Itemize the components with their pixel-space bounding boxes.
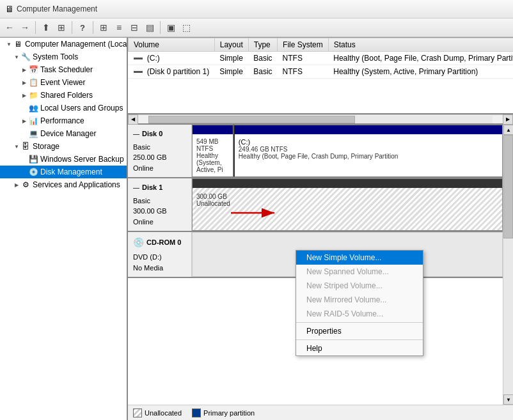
disk0-part1[interactable]: 549 MB NTFS Healthy (System, Active, Pi	[192, 125, 233, 177]
context-menu: New Simple Volume... New Spanned Volume.…	[296, 250, 423, 356]
unallocated-legend: Unallocated	[133, 408, 182, 417]
disk1-name: Disk 1	[142, 182, 162, 193]
unallocated-label: Unallocated	[145, 409, 182, 417]
toolbar: ← → ⬆ ⊞ ? ⊞ ≡ ⊟ ▤ ▣ ⬚	[0, 19, 513, 37]
disk0-partitions: 549 MB NTFS Healthy (System, Active, Pi …	[192, 125, 503, 177]
task-label: Task Scheduler	[40, 65, 93, 74]
ctx-properties[interactable]: Properties	[296, 324, 423, 338]
grid2-btn[interactable]: ≡	[112, 20, 126, 35]
tree-root-label: Computer Management (Local)	[25, 40, 128, 49]
row1-layout: Simple	[214, 65, 248, 79]
users-icon: 👥	[28, 103, 38, 113]
disk0-part2[interactable]: (C:) 249.46 GB NTFS Healthy (Boot, Page …	[233, 125, 503, 177]
tree-root[interactable]: ▼ 🖥 Computer Management (Local)	[0, 38, 127, 51]
sidebar-item-disk-management[interactable]: ▶ 💿 Disk Management	[0, 166, 127, 178]
col-filesystem[interactable]: File System	[278, 38, 329, 52]
ctx-sep1	[296, 322, 423, 323]
disk1-info: — Disk 1 Basic 300.00 GB Online	[128, 178, 192, 231]
disk0-part2-size: 249.46 GB NTFS	[239, 146, 498, 153]
volume-table: Volume Layout Type File System Status (C…	[128, 38, 513, 79]
sidebar-item-windows-server-backup[interactable]: ▶ 💾 Windows Server Backup	[0, 153, 127, 166]
ctx-new-spanned[interactable]: New Spanned Volume...	[296, 265, 423, 279]
grid4-btn[interactable]: ▤	[143, 20, 157, 35]
sidebar-item-local-users[interactable]: ▶ 👥 Local Users and Groups	[0, 102, 127, 114]
help-btn[interactable]: ?	[75, 20, 90, 35]
cdrom0-info: 💿 CD-ROM 0 DVD (D:) No Media	[128, 232, 192, 277]
grid3-btn[interactable]: ⊟	[127, 20, 141, 35]
disk0-info: — Disk 0 Basic 250.00 GB Online	[128, 125, 192, 177]
disk1-partitions: 300.00 GB Unallocated	[192, 178, 503, 231]
col-status[interactable]: Status	[328, 38, 513, 52]
row0-fs: NTFS	[278, 52, 329, 65]
row0-status: Healthy (Boot, Page File, Crash Dump, Pr…	[328, 52, 513, 65]
unallocated-legend-box	[133, 408, 142, 417]
disk1-entry: — Disk 1 Basic 300.00 GB Online 300.00 G…	[128, 178, 503, 232]
ctx-help[interactable]: Help	[296, 341, 423, 355]
forward-btn[interactable]: →	[18, 20, 32, 35]
sidebar-item-task-scheduler[interactable]: ▶ 📅 Task Scheduler	[0, 63, 127, 76]
col-layout[interactable]: Layout	[214, 38, 248, 52]
hscroll-left-btn[interactable]: ◀	[128, 114, 138, 125]
disk1-type: Basic	[133, 196, 186, 206]
back-btn[interactable]: ←	[3, 20, 17, 35]
sidebar-item-services-apps[interactable]: ▶ ⚙ Services and Applications	[0, 178, 127, 191]
row0-type: Basic	[248, 52, 277, 65]
hscroll-thumb[interactable]	[148, 116, 355, 123]
disk0-status: Online	[133, 163, 186, 174]
hscrollbar[interactable]: ◀ ▶	[128, 114, 513, 125]
disk0-part1-size: 549 MB NTFS	[196, 138, 229, 152]
sidebar-item-device-manager[interactable]: ▶ 💻 Device Manager	[0, 127, 127, 140]
sidebar-item-storage[interactable]: ▼ 🗄 Storage	[0, 140, 127, 153]
storage-arrow: ▼	[13, 143, 20, 150]
disk0-part1-content: 549 MB NTFS Healthy (System, Active, Pi	[196, 138, 229, 173]
col-volume[interactable]: Volume	[129, 38, 215, 52]
app-icon: 🖥	[5, 4, 14, 14]
storage-icon: 🗄	[20, 141, 31, 152]
disk0-size: 250.00 GB	[133, 152, 186, 163]
vscrollbar: ▲ ▼	[503, 125, 513, 405]
hscroll-right-btn[interactable]: ▶	[503, 114, 513, 125]
show-hide-btn[interactable]: ⊞	[54, 20, 68, 35]
sidebar-item-system-tools[interactable]: ▼ 🔧 System Tools	[0, 51, 127, 63]
ctx-new-simple[interactable]: New Simple Volume...	[296, 251, 423, 265]
row1-volume: (Disk 0 partition 1)	[129, 65, 215, 79]
disk0-part2-content: (C:) 249.46 GB NTFS Healthy (Boot, Page …	[239, 138, 498, 160]
vscroll-up-btn[interactable]: ▲	[503, 125, 513, 135]
disk1-unallocated[interactable]: 300.00 GB Unallocated	[192, 178, 503, 231]
window-title: Computer Management	[17, 4, 97, 13]
sidebar-item-performance[interactable]: ▶ 📊 Performance	[0, 114, 127, 127]
ctx-new-striped[interactable]: New Striped Volume...	[296, 279, 423, 293]
col-type[interactable]: Type	[248, 38, 277, 52]
table-row[interactable]: (Disk 0 partition 1) Simple Basic NTFS H…	[129, 65, 514, 79]
ctx-new-raid5[interactable]: New RAID-5 Volume...	[296, 307, 423, 321]
disk0-name: Disk 0	[142, 128, 162, 139]
disk0-part2-name: (C:)	[239, 138, 498, 146]
ctx-new-mirrored[interactable]: New Mirrored Volume...	[296, 293, 423, 307]
up-btn[interactable]: ⬆	[39, 20, 53, 35]
disk1-status: Online	[133, 217, 186, 228]
task-arrow: ▶	[20, 66, 28, 74]
disk1-unalloc-size: 300.00 GB	[196, 193, 498, 200]
task-icon: 📅	[28, 65, 38, 75]
event-label: Event Viewer	[40, 78, 85, 87]
tools-icon: 🔧	[20, 52, 31, 62]
event-arrow: ▶	[20, 79, 28, 86]
sidebar-item-shared-folders[interactable]: ▶ 📁 Shared Folders	[0, 89, 127, 102]
row0-layout: Simple	[214, 52, 248, 65]
row1-indicator	[134, 71, 143, 73]
dm-icon: 💿	[28, 167, 38, 177]
titlebar: 🖥 Computer Management	[0, 0, 513, 19]
vscroll-thumb[interactable]	[503, 135, 513, 238]
view-btn[interactable]: ⬚	[179, 20, 193, 35]
vscroll-down-btn[interactable]: ▼	[503, 394, 513, 405]
action-btn[interactable]: ▣	[164, 20, 178, 35]
main-layout: ▼ 🖥 Computer Management (Local) ▼ 🔧 Syst…	[0, 37, 513, 420]
sidebar-item-event-viewer[interactable]: ▶ 📋 Event Viewer	[0, 76, 127, 89]
grid1-btn[interactable]: ⊞	[97, 20, 111, 35]
perf-icon: 📊	[28, 116, 38, 126]
cdrom0-status: No Media	[133, 263, 186, 274]
primary-label: Primary partition	[203, 409, 255, 417]
computer-icon: 🖥	[13, 39, 23, 49]
disk0-part2-status: Healthy (Boot, Page File, Crash Dump, Pr…	[239, 153, 498, 160]
table-row[interactable]: (C:) Simple Basic NTFS Healthy (Boot, Pa…	[129, 52, 514, 65]
